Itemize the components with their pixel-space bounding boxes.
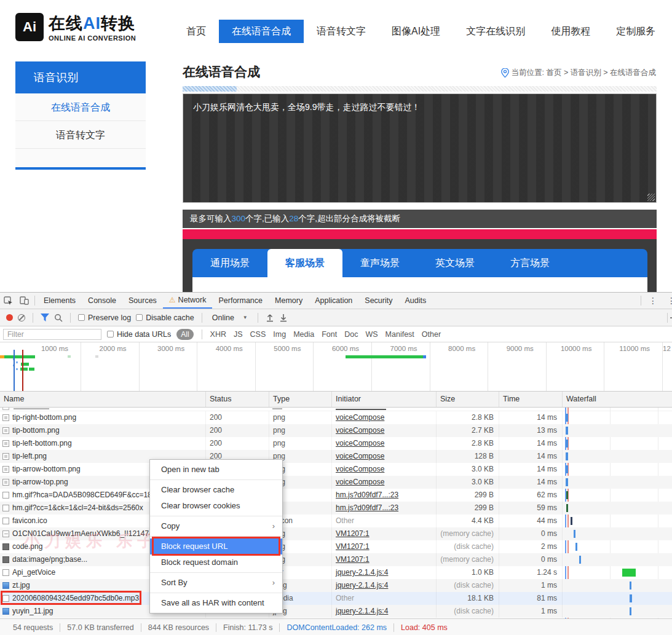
request-row[interactable]: code.png200pngVM1207:1(disk cache)2 ms [0, 540, 672, 553]
initiator-link[interactable]: jquery-2.1.4.js:4 [336, 581, 388, 590]
filter-type-font[interactable]: Font [322, 330, 337, 339]
preserve-log-checkbox[interactable]: Preserve log [78, 314, 131, 322]
request-row[interactable]: tip-bottom.png200pngvoiceCompose2.7 KB13… [0, 424, 672, 437]
menu-item-block-request-url[interactable]: Block request URL [150, 538, 282, 554]
request-row[interactable]: hm.gif?hca=DADA5B098CED649F&cc=18200gifh… [0, 489, 672, 502]
search-icon[interactable] [54, 314, 63, 322]
network-overview-timeline[interactable]: 1000 ms2000 ms3000 ms4000 ms5000 ms6000 … [0, 342, 672, 392]
scene-tab-1[interactable]: 客服场景 [267, 249, 342, 277]
menu-item-sort-by[interactable]: Sort By› [150, 575, 282, 591]
filter-type-manifest[interactable]: Manifest [385, 330, 414, 339]
nav-item-2[interactable]: 语音转文字 [304, 20, 379, 43]
nav-item-4[interactable]: 文字在线识别 [453, 20, 538, 43]
devtools-tab-sources[interactable]: Sources [122, 293, 163, 309]
initiator-link[interactable]: jquery-2.1.4.js:4 [336, 568, 388, 577]
clear-icon[interactable] [18, 314, 25, 321]
menu-item-open-in-new-tab[interactable]: Open in new tab [150, 462, 282, 478]
request-row[interactable]: tip-right-bottom.png200pngvoiceCompose2.… [0, 411, 672, 424]
devtools-tab-performance[interactable]: Performance [212, 293, 269, 309]
request-row[interactable]: 202006080943245edd97bc5db0e.mp3200mediaO… [0, 592, 672, 605]
column-header-waterfall[interactable]: Waterfall [563, 392, 672, 407]
nav-item-5[interactable]: 使用教程 [538, 20, 603, 43]
devtools-tab-elements[interactable]: Elements [38, 293, 82, 309]
column-header-name[interactable]: Name [0, 392, 206, 407]
nav-item-0[interactable]: 首页 [173, 20, 219, 43]
speech-text-input[interactable]: 小刀娱乐网清仓大甩卖，全场9.9带走，走过路过不要错过！ [183, 93, 657, 203]
filter-type-css[interactable]: CSS [250, 330, 266, 339]
record-button[interactable] [6, 314, 13, 321]
hide-data-urls-checkbox[interactable]: Hide data URLs [107, 330, 171, 339]
export-har-icon[interactable] [279, 314, 288, 322]
site-logo[interactable]: Ai 在线AI转换 ONLINE AI CONVERSION [15, 12, 136, 42]
initiator-link[interactable]: hm.js?d09fdf7...:23 [336, 491, 398, 499]
devtools-tab-audits[interactable]: Audits [398, 293, 432, 309]
devtools-tab-network[interactable]: ⚠Network [163, 293, 213, 309]
device-toolbar-icon[interactable] [16, 293, 32, 309]
request-row[interactable]: tip-arrow-bottom.png200pngvoiceCompose3.… [0, 463, 672, 476]
throttling-dropdown[interactable]: Online▼ [210, 314, 250, 322]
menu-item-block-request-domain[interactable]: Block request domain [150, 554, 282, 570]
more-options-icon[interactable]: ⋮ [644, 296, 662, 306]
scene-tab-4[interactable]: 方言场景 [492, 249, 567, 277]
request-row[interactable]: Api_getVoice200xhrjquery-2.1.4.js:41.0 K… [0, 566, 672, 579]
menu-item-clear-browser-cookies[interactable]: Clear browser cookies [150, 498, 282, 514]
nav-item-6[interactable]: 定制服务 [603, 20, 668, 43]
scroll-thumb[interactable] [183, 86, 237, 92]
request-row[interactable]: O1CN01CaU9ww1mAeruXWkb6_!!121474200pngVM… [0, 527, 672, 540]
initiator-link[interactable]: VM1207:1 [336, 555, 370, 564]
column-header-size[interactable]: Size [437, 392, 499, 407]
nav-item-3[interactable]: 图像AI处理 [379, 20, 453, 43]
request-row[interactable]: tip-arrow-top.png200pngvoiceCompose3.0 K… [0, 476, 672, 489]
import-har-icon[interactable] [266, 314, 274, 322]
devtools-tab-console[interactable]: Console [82, 293, 122, 309]
menu-item-clear-browser-cache[interactable]: Clear browser cache [150, 482, 282, 498]
request-row[interactable]: data:image/png;base...200pngVM1207:1(mem… [0, 553, 672, 566]
initiator-link[interactable]: voiceCompose [336, 452, 384, 460]
filter-input[interactable] [3, 329, 101, 340]
filter-type-xhr[interactable]: XHR [210, 330, 226, 339]
scene-tab-0[interactable]: 通用场景 [192, 249, 267, 277]
initiator-link[interactable]: voiceCompose [336, 478, 384, 486]
initiator-link[interactable]: hm.js?d09fdf7...:23 [336, 503, 398, 512]
nav-item-1[interactable]: 在线语音合成 [219, 20, 304, 43]
request-name[interactable]: tip-right-bottom.png [0, 411, 206, 424]
column-header-status[interactable]: Status [206, 392, 269, 407]
request-row[interactable]: tip-left-bottom.png200pngvoiceCompose2.8… [0, 437, 672, 450]
devtools-tab-security[interactable]: Security [358, 293, 398, 309]
scene-tab-3[interactable]: 英文场景 [417, 249, 492, 277]
filter-type-media[interactable]: Media [293, 330, 314, 339]
menu-item-save-all-as-har-with-content[interactable]: Save all as HAR with content [150, 595, 282, 611]
request-row[interactable]: favicon.ico200x-iconOther4.4 KB44 ms [0, 515, 672, 527]
close-devtools-icon[interactable]: ⋮ [662, 296, 672, 306]
filter-type-other[interactable]: Other [422, 330, 441, 339]
filter-type-all[interactable]: All [176, 329, 193, 340]
devtools-tab-memory[interactable]: Memory [269, 293, 309, 309]
initiator-link[interactable]: VM1207:1 [336, 542, 370, 551]
request-row[interactable]: hm.gif?cc=1&ck=1&cl=24-bit&ds=2560x200gi… [0, 502, 672, 515]
filter-type-ws[interactable]: WS [365, 330, 378, 339]
sidebar-item-0[interactable]: 在线语音合成 [15, 93, 146, 121]
request-name[interactable]: tip-left-bottom.png [0, 437, 206, 450]
request-name[interactable]: tip-bottom.png [0, 424, 206, 437]
request-row[interactable]: zt.jpg200jpegjquery-2.1.4.js:4(disk cach… [0, 579, 672, 592]
filter-funnel-icon[interactable] [41, 314, 49, 321]
request-row[interactable]: yuyin_11.jpg200jpegjquery-2.1.4.js:4(dis… [0, 605, 672, 618]
menu-item-copy[interactable]: Copy› [150, 518, 282, 534]
request-row[interactable]: tip-left.png200pngvoiceCompose128 B14 ms [0, 450, 672, 463]
initiator-link[interactable]: voiceCompose [336, 439, 384, 448]
textarea-scroll-strip[interactable] [183, 86, 657, 92]
resize-grip[interactable] [647, 194, 655, 201]
filter-type-js[interactable]: JS [234, 330, 243, 339]
initiator-link[interactable]: jquery-2.1.4.js:4 [336, 607, 388, 615]
scene-tab-2[interactable]: 童声场景 [342, 249, 417, 277]
filter-type-img[interactable]: Img [273, 330, 286, 339]
sidebar-item-1[interactable]: 语音转文字 [15, 121, 146, 149]
initiator-link[interactable]: voiceCompose [336, 413, 384, 422]
initiator-link[interactable]: VM1207:1 [336, 529, 370, 538]
inspect-element-icon[interactable] [0, 293, 16, 309]
filter-type-doc[interactable]: Doc [344, 330, 358, 339]
initiator-link[interactable]: voiceCompose [336, 465, 384, 473]
disable-cache-checkbox[interactable]: Disable cache [136, 314, 194, 322]
column-header-initiator[interactable]: Initiator [332, 392, 437, 407]
initiator-link[interactable]: voiceCompose [336, 426, 384, 435]
